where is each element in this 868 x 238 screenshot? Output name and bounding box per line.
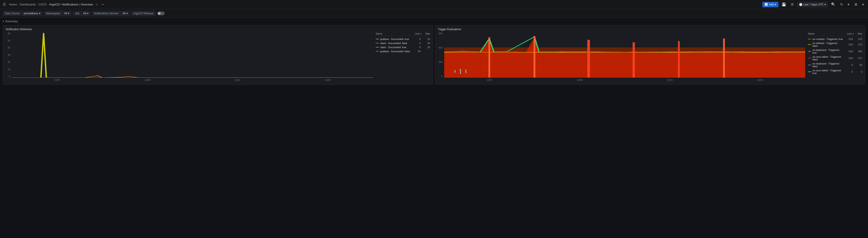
nd-legend-color-1 [376, 43, 379, 43]
job-filter: Job All ▾ [73, 11, 91, 16]
nd-legend-last-1: 0 [412, 42, 421, 45]
nd-legend-name-2: slack - Succeeded: true [380, 46, 411, 49]
save-button[interactable]: 💾 [780, 1, 787, 7]
notification-deliveries-panel: Notification Deliveries 60 50 40 30 20 1… [3, 25, 433, 85]
nd-y-axis: 60 50 40 30 20 10 0 [6, 32, 11, 78]
te-legend-item-1[interactable]: on-deleted - Triggered: false 518 572 [808, 41, 862, 48]
summary-label: Summary [5, 20, 18, 23]
te-legend-color-0 [808, 39, 811, 39]
nav-left: ☰ Home › Dashboards › CI/CD › ArgoCD / N… [3, 2, 761, 7]
te-legend-max-5: 0 [854, 71, 862, 73]
te-legend-last-4: 0 [845, 63, 853, 66]
te-y-axis: 600 400 200 0 [438, 32, 443, 78]
job-label: Job [73, 11, 81, 16]
notifications-label: Notifications Service [92, 11, 121, 16]
nd-sort-icon: ▼ [420, 33, 422, 35]
star-icon[interactable]: ☆ [94, 2, 99, 7]
te-x-axis: 11/07 11/09 11/11 11/13 [444, 78, 805, 82]
datasource-value: prometheus [24, 12, 38, 15]
nd-legend-max-1: 54 [422, 42, 430, 45]
te-legend-name-1: on-deleted - Triggered: false [812, 42, 843, 47]
te-legend-last-3: 518 [845, 57, 853, 59]
te-legend-item-5[interactable]: on-sync-failed - Triggered: true 0 0 [808, 68, 862, 75]
nd-legend-name-3: grafana - Succeeded: false [380, 50, 411, 53]
zoom-out-button[interactable]: 🔍 [830, 1, 837, 7]
notification-deliveries-chart-container: 60 50 40 30 20 10 0 [6, 32, 430, 82]
time-range-picker[interactable]: 🕐 Last 7 days UTC ▾ [797, 2, 828, 7]
nd-legend-last-3: 54 [412, 50, 421, 53]
datasource-select[interactable]: prometheus ▾ [22, 11, 42, 16]
top-nav: ☰ Home › Dashboards › CI/CD › ArgoCD / N… [0, 0, 868, 9]
argocd-toggle-group: ArgoCD Release [131, 11, 165, 16]
te-legend-last-0: 518 [845, 38, 853, 41]
te-legend-last-2: 518 [845, 50, 853, 53]
nd-legend: Name Last ▼ Max grafana - Succeeded: tru… [376, 32, 430, 82]
notifications-select[interactable]: All ▾ [121, 11, 129, 16]
job-chevron: ▾ [87, 12, 88, 15]
job-select[interactable]: All ▾ [82, 11, 90, 16]
screen-button[interactable]: 🖥 [852, 2, 859, 7]
te-legend-last-1: 518 [845, 43, 853, 46]
trigger-evaluations-title: Trigger Evaluations [438, 28, 862, 31]
te-legend-name-5: on-sync-failed - Triggered: true [812, 69, 843, 75]
nd-legend-item-2[interactable]: slack - Succeeded: true 0 26 [376, 45, 430, 49]
settings-button[interactable]: ⚙ [789, 1, 795, 7]
trigger-evaluations-chart-container: 600 400 200 0 [438, 32, 862, 82]
nd-legend-item-3[interactable]: grafana - Succeeded: false 54 [376, 49, 430, 53]
clock-icon: 🕐 [799, 3, 803, 6]
datasource-chevron: ▾ [39, 12, 40, 15]
namespace-value: All [64, 12, 67, 15]
argocd-toggle[interactable] [157, 11, 165, 15]
nd-legend-item-0[interactable]: grafana - Succeeded: true 0 26 [376, 37, 430, 41]
te-legend-name-2: on-deployed - Triggered: true [812, 49, 843, 54]
te-legend-name-3: on-sync-failed - Triggered: false [812, 55, 843, 61]
te-legend-header: Name Last ▼ Max [808, 32, 862, 36]
te-legend-max-4: 83 [854, 63, 862, 66]
panels-grid: Notification Deliveries 60 50 40 30 20 1… [3, 25, 865, 85]
add-chevron-icon: ▾ [775, 3, 776, 6]
hamburger-icon[interactable]: ☰ [3, 2, 6, 7]
refresh-interval-button[interactable]: ▾ [846, 1, 851, 7]
add-label: Add [769, 3, 774, 6]
breadcrumb-sep-1: › [18, 3, 19, 6]
breadcrumb-dashboards[interactable]: Dashboards [20, 3, 36, 6]
summary-section-header[interactable]: ▾ Summary [3, 20, 865, 23]
te-legend-color-2 [808, 51, 811, 52]
trigger-evaluations-panel: Trigger Evaluations 600 400 200 0 [435, 25, 865, 85]
te-legend-item-2[interactable]: on-deployed - Triggered: true 518 605 [808, 48, 862, 55]
nd-legend-header: Name Last ▼ Max [376, 32, 430, 36]
te-legend-max-1: 572 [854, 43, 862, 46]
te-legend-max-3: 671 [854, 57, 862, 59]
share-icon[interactable]: ⤳ [100, 2, 105, 7]
te-legend-name-4: on-deployed - Triggered: false [812, 62, 843, 68]
nd-legend-color-0 [376, 39, 379, 39]
namespace-select[interactable]: All ▾ [62, 11, 71, 16]
namespace-chevron: ▾ [68, 12, 69, 15]
te-legend-item-4[interactable]: on-deployed - Triggered: false 0 83 [808, 61, 862, 68]
notifications-value: All [122, 12, 125, 15]
te-legend-item-3[interactable]: on-sync-failed - Triggered: false 518 67… [808, 55, 862, 61]
te-legend-name-0: on-created - Triggered: true [812, 38, 843, 41]
summary-chevron-icon: ▾ [3, 20, 4, 23]
notification-deliveries-title: Notification Deliveries [6, 28, 430, 31]
expand-button[interactable]: ▾ [861, 1, 865, 7]
breadcrumb-home[interactable]: Home [9, 3, 17, 6]
te-legend-color-5 [808, 72, 811, 72]
breadcrumb: Home › Dashboards › CI/CD › ArgoCD / Not… [9, 3, 93, 6]
svg-marker-8 [444, 37, 805, 78]
nd-legend-name-1: slack - Succeeded: false [380, 42, 411, 45]
notification-deliveries-chart: 60 50 40 30 20 10 0 [6, 32, 373, 82]
te-legend-item-0[interactable]: on-created - Triggered: true 518 572 [808, 37, 862, 41]
argocd-label: ArgoCD Release [131, 11, 156, 16]
nd-chart-svg [12, 32, 373, 78]
te-legend-last-5: 0 [845, 71, 853, 73]
refresh-button[interactable]: ↻ [839, 1, 844, 7]
nd-legend-max-0: 26 [422, 38, 430, 41]
time-chevron-icon: ▾ [825, 3, 826, 6]
te-sort-icon: ▼ [852, 33, 854, 35]
add-button[interactable]: 📊 Add ▾ [762, 2, 778, 7]
breadcrumb-cicd[interactable]: CI/CD [38, 3, 46, 6]
nd-legend-item-1[interactable]: slack - Succeeded: false 0 54 [376, 41, 430, 45]
namespace-label: Namespace [44, 11, 62, 16]
te-legend-max-2: 605 [854, 50, 862, 53]
